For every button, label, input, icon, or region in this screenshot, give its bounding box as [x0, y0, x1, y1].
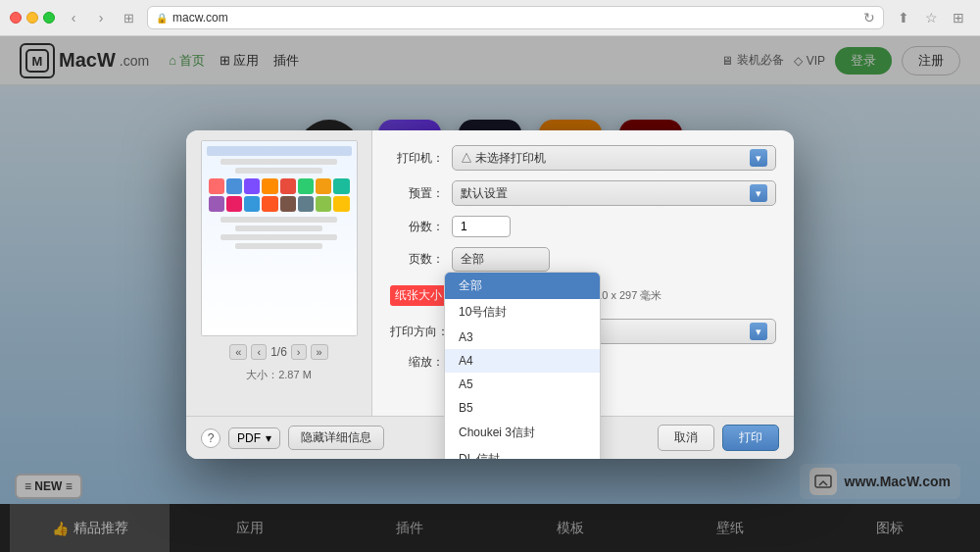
printer-dropdown-arrow: ▾ — [750, 149, 767, 167]
url-text: macw.com — [172, 11, 858, 25]
copies-row: 份数： — [390, 216, 776, 237]
maximize-window-button[interactable] — [43, 12, 55, 24]
preset-value: 默认设置 — [461, 185, 745, 202]
preview-row-5 — [220, 234, 336, 240]
orientation-label: 打印方向： — [390, 324, 449, 340]
back-button[interactable]: ‹ — [63, 7, 84, 28]
hide-details-button[interactable]: 隐藏详细信息 — [288, 426, 384, 450]
paper-dimensions: 210 x 297 毫米 — [590, 288, 662, 303]
popup-item-b5[interactable]: B5 — [445, 396, 600, 420]
preview-first-button[interactable]: « — [229, 344, 247, 360]
lock-icon: 🔒 — [156, 13, 168, 24]
pages-label: 页数： — [390, 251, 444, 268]
browser-nav: ‹ › ⊞ — [63, 7, 139, 28]
footer-right: 取消 打印 — [658, 425, 779, 451]
copies-label: 份数： — [390, 219, 444, 235]
preview-row-1 — [220, 159, 336, 165]
copies-input[interactable] — [452, 216, 511, 237]
forward-button[interactable]: › — [90, 7, 112, 28]
preview-row-4 — [235, 226, 322, 231]
preview-mini-content — [202, 141, 357, 335]
sidebar-button[interactable]: ⊞ — [947, 6, 970, 29]
preset-dropdown-arrow: ▾ — [750, 184, 767, 202]
pages-control: 全部 全部 10号信封 A3 A4 A5 B5 Choukei 3信封 — [452, 247, 776, 272]
copies-control — [452, 216, 776, 237]
preview-image — [201, 140, 358, 336]
paper-size-popup: 全部 10号信封 A3 A4 A5 B5 Choukei 3信封 DL 信封 J… — [444, 272, 601, 459]
pdf-dropdown[interactable]: PDF ▾ — [228, 427, 280, 449]
share-button[interactable]: ⬆ — [892, 6, 915, 29]
pages-row: 页数： 全部 全部 10号信封 A3 A4 A5 — [390, 247, 776, 272]
browser-titlebar: ‹ › ⊞ 🔒 macw.com ↻ ⬆ ☆ ⊞ — [0, 0, 980, 35]
preset-label: 预置： — [390, 185, 444, 202]
orientation-arrow: ▾ — [750, 323, 767, 340]
scale-label: 缩放： — [390, 354, 444, 371]
website-content: M MacW .com ⌂ 首页 ⊞ 应用 插件 🖥 装机必备 — [0, 36, 980, 552]
preview-next-button[interactable]: › — [291, 344, 307, 360]
popup-item-all[interactable]: 全部 — [445, 273, 600, 299]
preview-controls: « ‹ 1/6 › » — [196, 344, 362, 360]
printer-dropdown[interactable]: △ 未选择打印机 ▾ — [452, 145, 776, 171]
refresh-button[interactable]: ↻ — [863, 10, 875, 25]
preview-panel: « ‹ 1/6 › » 大小：2.87 M — [186, 130, 372, 416]
address-bar[interactable]: 🔒 macw.com ↻ — [147, 6, 884, 29]
preview-row-2 — [235, 168, 322, 174]
print-dialog-overlay: « ‹ 1/6 › » 大小：2.87 M 打印机： — [0, 36, 980, 552]
printer-control: △ 未选择打印机 ▾ — [452, 145, 776, 171]
pages-value: 全部 — [461, 251, 541, 268]
preview-prev-button[interactable]: ‹ — [251, 344, 267, 360]
popup-item-10env[interactable]: 10号信封 — [445, 299, 600, 326]
print-button[interactable]: 打印 — [722, 425, 779, 451]
preview-page-number: 1/6 — [270, 345, 287, 359]
bookmark-button[interactable]: ☆ — [919, 6, 943, 29]
footer-left: ? PDF ▾ 隐藏详细信息 — [201, 426, 384, 450]
preview-size-info: 大小：2.87 M — [246, 368, 312, 382]
preview-row-3 — [220, 217, 336, 223]
popup-item-a3[interactable]: A3 — [445, 326, 600, 349]
help-button[interactable]: ? — [201, 428, 220, 448]
printer-row: 打印机： △ 未选择打印机 ▾ — [390, 145, 776, 171]
preview-last-button[interactable]: » — [311, 344, 328, 360]
preset-control: 默认设置 ▾ — [452, 180, 776, 206]
print-dialog-body: « ‹ 1/6 › » 大小：2.87 M 打印机： — [186, 130, 794, 416]
popup-item-dl[interactable]: DL 信封 — [445, 446, 600, 459]
settings-panel: 打印机： △ 未选择打印机 ▾ 预置： 默认 — [372, 130, 794, 416]
browser-chrome: ‹ › ⊞ 🔒 macw.com ↻ ⬆ ☆ ⊞ — [0, 0, 980, 36]
popup-item-a4[interactable]: A4 — [445, 349, 600, 373]
printer-value: △ 未选择打印机 — [461, 150, 745, 167]
pages-dropdown[interactable]: 全部 — [452, 247, 550, 272]
preset-row: 预置： 默认设置 ▾ — [390, 180, 776, 206]
popup-item-choukei[interactable]: Choukei 3信封 — [445, 420, 600, 446]
traffic-lights — [10, 12, 55, 24]
preset-dropdown[interactable]: 默认设置 ▾ — [452, 180, 776, 206]
tab-switcher-button[interactable]: ⊞ — [118, 7, 139, 28]
popup-item-a5[interactable]: A5 — [445, 373, 600, 396]
pdf-arrow: ▾ — [266, 431, 271, 445]
preview-header-row — [207, 146, 352, 156]
printer-label: 打印机： — [390, 150, 444, 167]
close-window-button[interactable] — [10, 12, 22, 24]
minimize-window-button[interactable] — [26, 12, 38, 24]
pdf-label: PDF — [237, 431, 261, 445]
print-dialog: « ‹ 1/6 › » 大小：2.87 M 打印机： — [186, 130, 794, 459]
preview-apps-grid — [207, 176, 352, 214]
cancel-button[interactable]: 取消 — [658, 425, 714, 451]
browser-actions: ⬆ ☆ ⊞ — [892, 6, 970, 29]
preview-row-6 — [235, 243, 322, 249]
